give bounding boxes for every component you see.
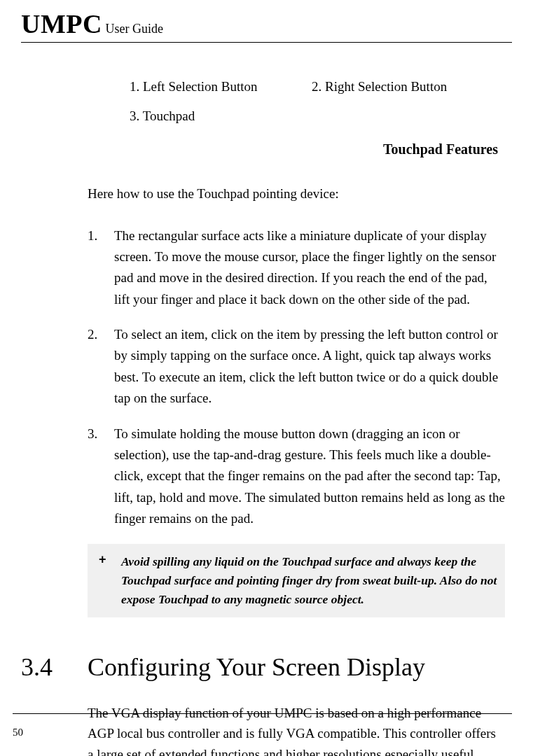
label-left-selection: 1. Left Selection Button <box>130 79 312 94</box>
list-item: The rectangular surface acts like a mini… <box>88 225 505 311</box>
note-symbol: + <box>95 552 121 567</box>
label-touchpad: 3. Touchpad <box>88 108 505 124</box>
intro-text: Here how to use the Touchpad pointing de… <box>88 184 505 204</box>
list-item: To simulate holding the mouse button dow… <box>88 424 505 530</box>
chapter-title: Configuring Your Screen Display <box>88 652 425 682</box>
header-title-small: User Guide <box>102 22 163 36</box>
chapter-heading: 3.4 Configuring Your Screen Display <box>21 652 505 682</box>
note-box: + Avoid spilling any liquid on the Touch… <box>88 544 505 617</box>
list-item: To select an item, click on the item by … <box>88 324 505 410</box>
label-right-selection: 2. Right Selection Button <box>312 79 505 94</box>
page-header: UMPC User Guide <box>21 8 512 43</box>
label-row-1: 1. Left Selection Button 2. Right Select… <box>88 79 505 94</box>
header-title-large: UMPC <box>21 9 102 38</box>
instruction-list: The rectangular surface acts like a mini… <box>88 225 505 530</box>
chapter-number: 3.4 <box>21 652 88 682</box>
page-number: 50 <box>13 727 512 738</box>
page-footer: 50 <box>13 713 512 738</box>
content-area: 1. Left Selection Button 2. Right Select… <box>21 79 512 756</box>
note-text: Avoid spilling any liquid on the Touchpa… <box>121 552 498 609</box>
section-heading: Touchpad Features <box>88 141 505 158</box>
